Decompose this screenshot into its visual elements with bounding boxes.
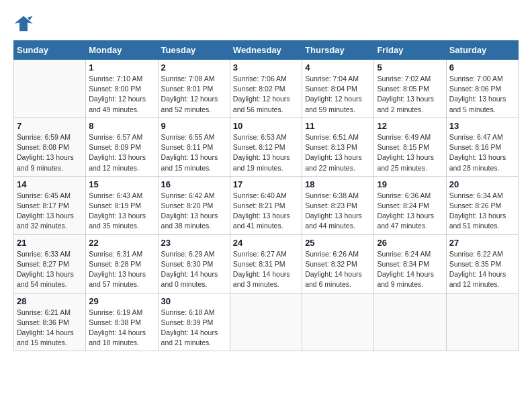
day-number: 12 [377,121,443,131]
week-row-5: 28Sunrise: 6:21 AMSunset: 8:36 PMDayligh… [14,293,519,351]
day-detail: Sunrise: 6:21 AMSunset: 8:36 PMDaylight:… [17,308,83,349]
day-number: 22 [89,238,154,248]
day-detail: Sunrise: 6:27 AMSunset: 8:31 PMDaylight:… [233,249,299,290]
day-number: 2 [161,62,227,73]
day-number: 1 [89,62,154,73]
day-cell: 14Sunrise: 6:45 AMSunset: 8:17 PMDayligh… [14,176,86,234]
day-cell: 27Sunrise: 6:22 AMSunset: 8:35 PMDayligh… [446,234,518,293]
week-row-4: 21Sunrise: 6:33 AMSunset: 8:27 PMDayligh… [14,234,519,293]
day-cell: 24Sunrise: 6:27 AMSunset: 8:31 PMDayligh… [230,234,302,293]
header-saturday: Saturday [446,41,518,60]
day-number: 23 [161,238,227,248]
day-cell: 4Sunrise: 7:04 AMSunset: 8:04 PMDaylight… [302,60,374,118]
calendar-table: SundayMondayTuesdayWednesdayThursdayFrid… [13,40,519,351]
day-number: 24 [233,238,299,248]
header-sunday: Sunday [14,41,86,60]
week-row-3: 14Sunrise: 6:45 AMSunset: 8:17 PMDayligh… [14,176,519,234]
day-number: 3 [233,62,299,73]
day-cell: 6Sunrise: 7:00 AMSunset: 8:06 PMDaylight… [446,60,518,118]
day-detail: Sunrise: 6:26 AMSunset: 8:32 PMDaylight:… [305,249,371,290]
day-cell: 18Sunrise: 6:38 AMSunset: 8:23 PMDayligh… [302,176,374,234]
day-number: 10 [233,121,299,131]
day-number: 5 [377,62,443,73]
day-cell: 23Sunrise: 6:29 AMSunset: 8:30 PMDayligh… [158,234,230,293]
day-number: 29 [89,296,154,306]
day-cell: 5Sunrise: 7:02 AMSunset: 8:05 PMDaylight… [374,60,446,118]
day-number: 26 [377,238,443,248]
day-cell [230,293,302,351]
day-number: 20 [449,179,515,189]
day-cell: 20Sunrise: 6:34 AMSunset: 8:26 PMDayligh… [446,176,518,234]
day-cell: 17Sunrise: 6:40 AMSunset: 8:21 PMDayligh… [230,176,302,234]
day-cell: 9Sunrise: 6:55 AMSunset: 8:11 PMDaylight… [158,118,230,176]
header-wednesday: Wednesday [230,41,302,60]
svg-marker-1 [28,16,33,21]
day-detail: Sunrise: 6:33 AMSunset: 8:27 PMDaylight:… [17,249,83,290]
day-cell: 13Sunrise: 6:47 AMSunset: 8:16 PMDayligh… [446,118,518,176]
day-number: 14 [17,179,83,189]
header-monday: Monday [86,41,158,60]
day-detail: Sunrise: 6:40 AMSunset: 8:21 PMDaylight:… [233,191,299,232]
logo [13,13,36,34]
day-cell: 16Sunrise: 6:42 AMSunset: 8:20 PMDayligh… [158,176,230,234]
day-cell: 2Sunrise: 7:08 AMSunset: 8:01 PMDaylight… [158,60,230,118]
day-number: 7 [17,121,83,131]
day-number: 19 [377,179,443,189]
day-detail: Sunrise: 6:24 AMSunset: 8:34 PMDaylight:… [377,249,443,290]
day-number: 28 [17,296,83,306]
day-detail: Sunrise: 6:57 AMSunset: 8:09 PMDaylight:… [89,132,154,173]
day-detail: Sunrise: 7:00 AMSunset: 8:06 PMDaylight:… [449,74,515,115]
day-detail: Sunrise: 6:47 AMSunset: 8:16 PMDaylight:… [449,132,515,173]
day-cell: 22Sunrise: 6:31 AMSunset: 8:28 PMDayligh… [86,234,158,293]
day-number: 8 [89,121,154,131]
day-cell: 19Sunrise: 6:36 AMSunset: 8:24 PMDayligh… [374,176,446,234]
day-detail: Sunrise: 6:59 AMSunset: 8:08 PMDaylight:… [17,132,83,173]
day-detail: Sunrise: 6:49 AMSunset: 8:15 PMDaylight:… [377,132,443,173]
day-number: 25 [305,238,371,248]
day-number: 6 [449,62,515,73]
day-cell [446,293,518,351]
day-cell: 11Sunrise: 6:51 AMSunset: 8:13 PMDayligh… [302,118,374,176]
day-number: 18 [305,179,371,189]
day-detail: Sunrise: 6:18 AMSunset: 8:39 PMDaylight:… [161,308,227,349]
day-detail: Sunrise: 7:10 AMSunset: 8:00 PMDaylight:… [89,74,154,115]
day-cell: 15Sunrise: 6:43 AMSunset: 8:19 PMDayligh… [86,176,158,234]
day-detail: Sunrise: 7:02 AMSunset: 8:05 PMDaylight:… [377,74,443,115]
day-number: 11 [305,121,371,131]
day-detail: Sunrise: 6:38 AMSunset: 8:23 PMDaylight:… [305,191,371,232]
day-number: 4 [305,62,371,73]
day-detail: Sunrise: 6:29 AMSunset: 8:30 PMDaylight:… [161,249,227,290]
day-cell [374,293,446,351]
header-tuesday: Tuesday [158,41,230,60]
day-number: 27 [449,238,515,248]
day-cell: 3Sunrise: 7:06 AMSunset: 8:02 PMDaylight… [230,60,302,118]
day-detail: Sunrise: 6:42 AMSunset: 8:20 PMDaylight:… [161,191,227,232]
day-number: 30 [161,296,227,306]
day-detail: Sunrise: 6:43 AMSunset: 8:19 PMDaylight:… [89,191,154,232]
day-cell: 29Sunrise: 6:19 AMSunset: 8:38 PMDayligh… [86,293,158,351]
day-detail: Sunrise: 6:53 AMSunset: 8:12 PMDaylight:… [233,132,299,173]
day-detail: Sunrise: 6:34 AMSunset: 8:26 PMDaylight:… [449,191,515,232]
day-number: 9 [161,121,227,131]
day-detail: Sunrise: 6:22 AMSunset: 8:35 PMDaylight:… [449,249,515,290]
week-row-2: 7Sunrise: 6:59 AMSunset: 8:08 PMDaylight… [14,118,519,176]
calendar-header-row: SundayMondayTuesdayWednesdayThursdayFrid… [14,41,519,60]
day-detail: Sunrise: 6:45 AMSunset: 8:17 PMDaylight:… [17,191,83,232]
logo-icon [13,13,34,34]
day-detail: Sunrise: 6:36 AMSunset: 8:24 PMDaylight:… [377,191,443,232]
day-cell [302,293,374,351]
header-thursday: Thursday [302,41,374,60]
day-number: 13 [449,121,515,131]
day-cell: 28Sunrise: 6:21 AMSunset: 8:36 PMDayligh… [14,293,86,351]
day-cell: 12Sunrise: 6:49 AMSunset: 8:15 PMDayligh… [374,118,446,176]
day-number: 15 [89,179,154,189]
day-number: 17 [233,179,299,189]
day-cell: 8Sunrise: 6:57 AMSunset: 8:09 PMDaylight… [86,118,158,176]
day-cell: 7Sunrise: 6:59 AMSunset: 8:08 PMDaylight… [14,118,86,176]
day-cell: 1Sunrise: 7:10 AMSunset: 8:00 PMDaylight… [86,60,158,118]
day-cell: 30Sunrise: 6:18 AMSunset: 8:39 PMDayligh… [158,293,230,351]
day-detail: Sunrise: 6:55 AMSunset: 8:11 PMDaylight:… [161,132,227,173]
day-detail: Sunrise: 6:19 AMSunset: 8:38 PMDaylight:… [89,308,154,349]
day-detail: Sunrise: 7:08 AMSunset: 8:01 PMDaylight:… [161,74,227,115]
day-detail: Sunrise: 7:06 AMSunset: 8:02 PMDaylight:… [233,74,299,115]
